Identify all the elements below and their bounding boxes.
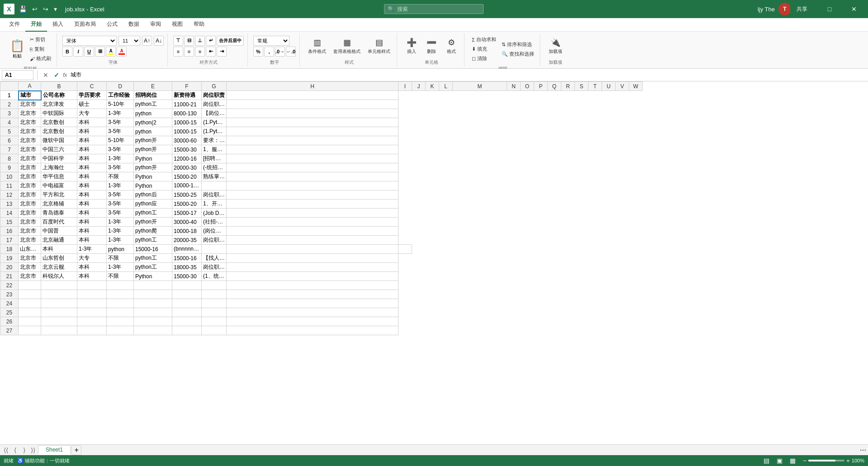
cell-21-D[interactable]: 不限 (107, 272, 134, 281)
cell-21-E[interactable]: Python (134, 272, 172, 281)
cell-17-C[interactable]: 本科 (77, 236, 107, 245)
row-num-26[interactable]: 26 (0, 317, 19, 326)
cell-7-A[interactable]: 北京市 (19, 145, 41, 154)
sheet-nav-first[interactable]: ⟨⟨ (2, 446, 10, 454)
cell-18-E[interactable]: 15000-16 (134, 245, 172, 254)
cell-16-D[interactable]: 1-3年 (107, 227, 134, 236)
cell-21-B[interactable]: 科锐尔人 (41, 272, 77, 281)
col-header-J[interactable]: J (412, 82, 426, 91)
cell-8-G[interactable]: [招聘岗位：软件开发工程师薪资范围：12k-18k职位描述：（1）参与实验室的项… (202, 154, 227, 163)
decimal-increase-btn[interactable]: .0→ (275, 47, 285, 57)
row-num-16[interactable]: 16 (0, 227, 19, 236)
cell-13-D[interactable]: 3-5年 (107, 200, 134, 209)
cell-5-E[interactable]: python (134, 127, 172, 136)
cell-17-D[interactable]: 1-3年 (107, 236, 134, 245)
formula-input[interactable] (69, 70, 866, 80)
cell-26-C[interactable] (77, 317, 107, 326)
zoom-slider[interactable] (808, 460, 844, 461)
cell-18-B[interactable]: 本科 (41, 245, 77, 254)
cell-10-D[interactable]: 不限 (107, 172, 134, 181)
comma-btn[interactable]: , (264, 47, 274, 57)
row-num-21[interactable]: 21 (0, 272, 19, 281)
cell-8-B[interactable]: 中国科学 (41, 154, 77, 163)
italic-btn[interactable]: I (73, 47, 83, 57)
cell-13-F[interactable]: 15000-20 (172, 200, 202, 209)
table-style-btn[interactable]: ▦ 套用表格格式 (331, 36, 363, 57)
cell-14-H[interactable] (227, 209, 398, 218)
cell-7-F[interactable]: 15000-30 (172, 145, 202, 154)
cell-1-C[interactable]: 学历要求 (77, 91, 107, 100)
ribbon-tab-开始[interactable]: 开始 (25, 18, 47, 32)
cell-18-F[interactable]: (bnnnnnnnnnn。。。nnn【招聘】技术类岗位的职责与要求作为一名技术人… (172, 245, 202, 254)
cell-24-B[interactable] (41, 299, 77, 308)
cell-18-G[interactable] (202, 245, 227, 254)
cell-22-H[interactable] (227, 281, 398, 290)
col-header-M[interactable]: M (453, 82, 507, 91)
cell-2-E[interactable]: python工 (134, 100, 172, 109)
cell-10-E[interactable]: Python (134, 172, 172, 181)
cell-24-H[interactable] (227, 299, 398, 308)
underline-btn[interactable]: U (84, 47, 94, 57)
clear-btn[interactable]: ◻ 清除 (470, 54, 498, 63)
cell-11-B[interactable]: 中电福富 (41, 181, 77, 190)
addins-btn[interactable]: 🔌 加载项 (546, 36, 565, 57)
align-center-btn[interactable]: ≡ (184, 47, 194, 57)
cell-24-A[interactable] (19, 299, 41, 308)
cell-2-H[interactable] (227, 100, 398, 109)
redo-btn[interactable]: ↪ (41, 5, 50, 14)
row-num-17[interactable]: 17 (0, 236, 19, 245)
cell-16-B[interactable]: 中国普 (41, 227, 77, 236)
layout-normal-btn[interactable]: ▤ (764, 457, 769, 464)
auto-wrap-btn[interactable]: 合并后居中 (217, 36, 244, 46)
col-header-O[interactable]: O (521, 82, 534, 91)
cell-20-A[interactable]: 北京市 (19, 263, 41, 272)
quick-menu-btn[interactable]: ▾ (52, 5, 59, 14)
cell-16-H[interactable] (227, 227, 398, 236)
cell-17-F[interactable]: 20000-35 (172, 236, 202, 245)
ribbon-tab-插入[interactable]: 插入 (47, 18, 69, 32)
cell-6-H[interactable] (227, 136, 398, 145)
cell-23-G[interactable] (202, 290, 227, 299)
row-num-5[interactable]: 5 (0, 127, 19, 136)
font-name-select[interactable]: 宋体 (62, 36, 117, 46)
cell-17-B[interactable]: 北京融通 (41, 236, 77, 245)
cell-22-F[interactable] (172, 281, 202, 290)
fill-btn[interactable]: ⬇ 填充 (470, 45, 498, 53)
ribbon-tab-公式[interactable]: 公式 (101, 18, 123, 32)
row-num-27[interactable]: 27 (0, 326, 19, 335)
cell-4-F[interactable]: 10000-15 (172, 118, 202, 127)
cell-19-C[interactable]: 大专 (77, 254, 107, 263)
find-select-btn[interactable]: 🔍 查找和选择 (500, 50, 536, 58)
cell-6-A[interactable]: 北京市 (19, 136, 41, 145)
cell-styles-btn[interactable]: ▤ 单元格样式 (365, 36, 393, 57)
row-num-25[interactable]: 25 (0, 308, 19, 317)
sheet-options-btn[interactable]: ⋯ (860, 447, 866, 454)
cell-3-B[interactable]: 中软国际 (41, 109, 77, 118)
cell-6-B[interactable]: 微软中国 (41, 136, 77, 145)
cell-25-A[interactable] (19, 308, 41, 317)
row-num-4[interactable]: 4 (0, 118, 19, 127)
row-num-7[interactable]: 7 (0, 145, 19, 154)
cell-23-H[interactable] (227, 290, 398, 299)
cell-1-D[interactable]: 工作经验 (107, 91, 134, 100)
cell-7-H[interactable] (227, 145, 398, 154)
cell-19-D[interactable]: 不限 (107, 254, 134, 263)
cell-3-A[interactable]: 北京市 (19, 109, 41, 118)
col-header-B[interactable]: B (41, 82, 77, 91)
align-bottom-btn[interactable]: ⊥ (195, 36, 205, 46)
cell-9-F[interactable]: 20000-30 (172, 163, 202, 172)
row-num-1[interactable]: 1 (0, 91, 19, 100)
cell-20-H[interactable] (227, 263, 398, 272)
cell-5-G[interactable]: (1.Python进行数据抓取和存储的工具开发2.有敏捷开发的项目经验3.有ji… (202, 127, 227, 136)
cell-8-H[interactable] (227, 154, 398, 163)
cell-9-A[interactable]: 北京市 (19, 163, 41, 172)
cell-14-D[interactable]: 3-5年 (107, 209, 134, 218)
cell-16-C[interactable]: 本科 (77, 227, 107, 236)
align-right-btn[interactable]: ≡ (195, 47, 205, 57)
copy-btn[interactable]: ⎘ 复制 (28, 45, 53, 53)
cell-26-D[interactable] (107, 317, 134, 326)
sheet-nav-next[interactable]: ⟩ (20, 446, 28, 454)
cell-11-A[interactable]: 北京市 (19, 181, 41, 190)
font-decrease-btn[interactable]: A↓ (154, 36, 164, 46)
sheet-nav-prev[interactable]: ⟨ (11, 446, 19, 454)
